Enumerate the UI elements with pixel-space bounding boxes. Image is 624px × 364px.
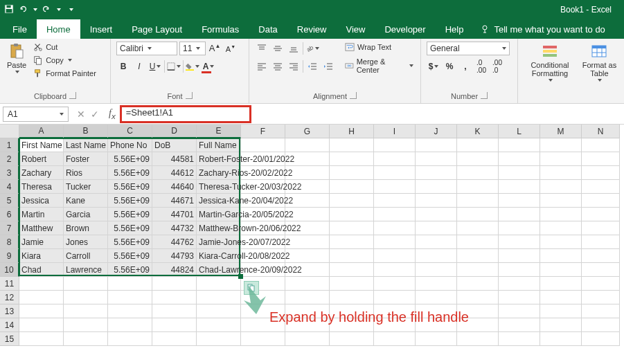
cell[interactable]: Chad	[19, 263, 64, 277]
cell[interactable]: Kane	[64, 194, 108, 208]
cell[interactable]	[582, 194, 620, 208]
cell[interactable]	[197, 277, 241, 291]
row-header[interactable]: 8	[0, 235, 19, 249]
cell[interactable]	[457, 208, 499, 221]
align-bottom-icon[interactable]	[287, 42, 301, 55]
cancel-icon[interactable]: ✕	[77, 109, 85, 120]
cell[interactable]	[457, 235, 499, 249]
tab-home[interactable]: Home	[37, 19, 80, 39]
cell[interactable]	[285, 138, 330, 152]
orientation-icon[interactable]: ab	[305, 42, 319, 55]
redo-icon[interactable]	[42, 4, 51, 16]
cell[interactable]	[374, 291, 416, 304]
bold-icon[interactable]: B	[116, 60, 130, 73]
cell[interactable]	[499, 263, 540, 277]
cell[interactable]	[152, 291, 197, 304]
cell[interactable]	[540, 332, 582, 346]
cell[interactable]	[64, 291, 108, 304]
tab-developer[interactable]: Developer	[375, 19, 435, 39]
cell[interactable]	[416, 291, 457, 304]
cell[interactable]	[499, 166, 540, 180]
row-header[interactable]: 4	[0, 180, 19, 194]
cell[interactable]	[330, 166, 374, 180]
decrease-indent-icon[interactable]	[305, 60, 319, 73]
tab-review[interactable]: Review	[287, 19, 337, 39]
tab-help[interactable]: Help	[436, 19, 474, 39]
font-name-combo[interactable]: Calibri	[116, 42, 177, 55]
col-header[interactable]: E	[197, 125, 241, 138]
cell[interactable]	[241, 138, 285, 152]
cell[interactable]	[499, 291, 540, 304]
cell[interactable]	[582, 291, 620, 304]
cell[interactable]: 44762	[152, 235, 197, 249]
cell[interactable]	[108, 332, 152, 346]
cell[interactable]	[457, 152, 499, 166]
cell[interactable]: 44612	[152, 166, 197, 180]
cell[interactable]: Martin-Garcia-20/05/2022	[197, 208, 241, 221]
cell[interactable]	[152, 304, 197, 318]
cell[interactable]	[499, 235, 540, 249]
cell[interactable]	[582, 152, 620, 166]
cell[interactable]	[582, 221, 620, 235]
cell[interactable]	[457, 263, 499, 277]
cell[interactable]: 44732	[152, 221, 197, 235]
cell[interactable]	[19, 304, 64, 318]
cell[interactable]	[330, 138, 374, 152]
cell[interactable]	[582, 235, 620, 249]
cell[interactable]	[108, 291, 152, 304]
cell[interactable]	[374, 194, 416, 208]
cell[interactable]	[19, 291, 64, 304]
cell[interactable]: 5.56E+09	[108, 166, 152, 180]
cell[interactable]: Rios	[64, 166, 108, 180]
paste-button[interactable]: Paste	[6, 42, 28, 75]
cell[interactable]	[457, 180, 499, 194]
fill-color-icon[interactable]	[186, 60, 199, 73]
cell[interactable]	[416, 152, 457, 166]
row-header[interactable]: 1	[0, 138, 19, 152]
cell[interactable]	[416, 221, 457, 235]
underline-icon[interactable]: U	[148, 60, 162, 73]
name-box[interactable]: A1	[3, 107, 69, 122]
dialog-launcher-icon[interactable]	[481, 92, 488, 99]
cell[interactable]	[374, 138, 416, 152]
cell[interactable]	[197, 304, 241, 318]
cell[interactable]: 5.56E+09	[108, 221, 152, 235]
tab-data[interactable]: Data	[249, 19, 287, 39]
cell[interactable]	[582, 180, 620, 194]
cut-button[interactable]: Cut	[32, 42, 98, 53]
cell[interactable]	[19, 277, 64, 291]
align-top-icon[interactable]	[255, 42, 269, 55]
cell[interactable]: Last Name	[64, 138, 108, 152]
enter-icon[interactable]: ✓	[91, 109, 99, 120]
cell[interactable]	[582, 332, 620, 346]
cell[interactable]: Brown	[64, 221, 108, 235]
format-as-table-button[interactable]: Format as Table	[580, 42, 618, 83]
col-header[interactable]: J	[416, 125, 457, 138]
cell[interactable]	[416, 166, 457, 180]
row-header[interactable]: 11	[0, 277, 19, 291]
cell[interactable]: Matthew	[19, 221, 64, 235]
cell[interactable]	[241, 332, 285, 346]
cell[interactable]: Jessica-Kane-20/04/2022	[197, 194, 241, 208]
cell[interactable]	[582, 304, 620, 318]
cell[interactable]	[457, 277, 499, 291]
currency-icon[interactable]: $	[427, 60, 440, 73]
comma-icon[interactable]: ,	[458, 60, 472, 73]
cell[interactable]	[374, 263, 416, 277]
cell[interactable]	[152, 332, 197, 346]
cell[interactable]: 5.56E+09	[108, 152, 152, 166]
cell[interactable]	[499, 152, 540, 166]
cell[interactable]: 5.56E+09	[108, 263, 152, 277]
cell[interactable]	[499, 318, 540, 332]
increase-decimal-icon[interactable]: .0.00	[474, 60, 488, 73]
tab-page-layout[interactable]: Page Layout	[122, 19, 192, 39]
cell[interactable]	[499, 221, 540, 235]
tab-formulas[interactable]: Formulas	[192, 19, 249, 39]
cell[interactable]	[64, 304, 108, 318]
cell[interactable]	[540, 221, 582, 235]
cell[interactable]	[416, 277, 457, 291]
copy-button[interactable]: Copy	[32, 55, 98, 66]
cell[interactable]	[330, 235, 374, 249]
save-icon[interactable]	[4, 4, 14, 16]
align-middle-icon[interactable]	[271, 42, 285, 55]
